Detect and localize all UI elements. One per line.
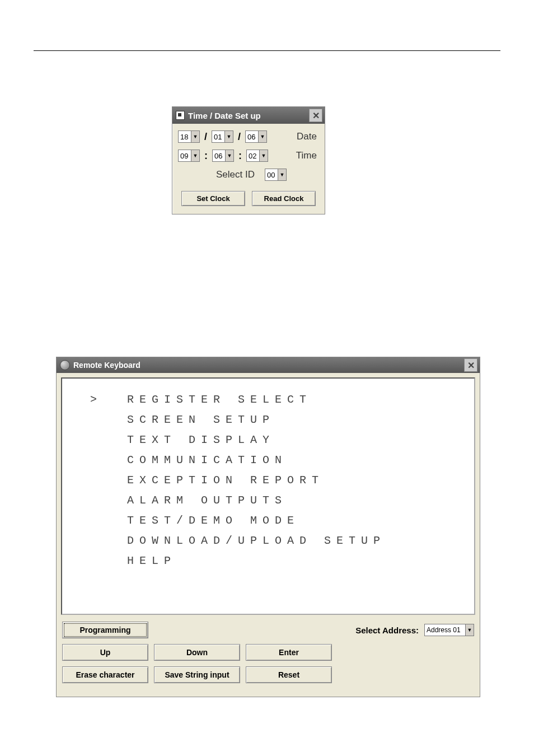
- app-icon: [176, 111, 185, 120]
- time-date-setup-window: Time / Date Set up ✕ 18 ▼ / 01 ▼ / 06 ▼ …: [172, 106, 325, 214]
- control-row-3: Erase character Save String input Reset: [62, 666, 474, 683]
- date-year-dropdown[interactable]: 06 ▼: [245, 130, 267, 143]
- select-id-dropdown[interactable]: 00 ▼: [265, 169, 287, 181]
- menu-item: TEST/DEMO MODE: [90, 511, 463, 531]
- reset-button[interactable]: Reset: [246, 666, 332, 683]
- time-second-dropdown[interactable]: 02 ▼: [246, 150, 268, 162]
- date-separator: /: [203, 131, 208, 143]
- down-button[interactable]: Down: [154, 644, 240, 661]
- menu-item: DOWNLOAD/UPLOAD SETUP: [90, 531, 463, 551]
- date-year-value: 06: [246, 133, 258, 141]
- time-hour-dropdown[interactable]: 09 ▼: [178, 150, 200, 162]
- date-separator: /: [237, 131, 242, 143]
- close-icon[interactable]: ✕: [309, 109, 322, 122]
- chevron-down-icon: ▼: [258, 131, 266, 142]
- menu-item: EXCEPTION REPORT: [90, 470, 463, 491]
- erase-character-button[interactable]: Erase character: [62, 666, 148, 683]
- chevron-down-icon: ▼: [278, 169, 286, 180]
- date-month-value: 01: [212, 133, 224, 141]
- menu-item: COMMUNICATION: [90, 450, 463, 470]
- time-date-body: 18 ▼ / 01 ▼ / 06 ▼ Date 09 ▼ : 06 ▼: [172, 124, 325, 214]
- remote-keyboard-titlebar: Remote Keyboard ✕: [57, 357, 480, 373]
- select-id-label: Select ID: [210, 169, 257, 180]
- time-date-titlebar: Time / Date Set up ✕: [172, 107, 325, 124]
- chevron-down-icon: ▼: [191, 131, 199, 142]
- menu-item: ALARM OUTPUTS: [90, 491, 463, 511]
- read-clock-button[interactable]: Read Clock: [252, 191, 316, 206]
- time-minute-dropdown[interactable]: 06 ▼: [212, 150, 234, 162]
- time-second-value: 02: [247, 152, 259, 160]
- chevron-down-icon: ▼: [224, 131, 233, 142]
- select-address-dropdown[interactable]: Address 01 ▼: [424, 624, 474, 636]
- up-button[interactable]: Up: [62, 644, 148, 661]
- date-row: 18 ▼ / 01 ▼ / 06 ▼ Date: [178, 130, 319, 143]
- window-title: Remote Keyboard: [73, 361, 464, 370]
- date-day-dropdown[interactable]: 18 ▼: [178, 130, 200, 143]
- select-id-row: Select ID 00 ▼: [178, 169, 319, 181]
- chevron-down-icon: ▼: [465, 624, 474, 636]
- time-separator: :: [237, 150, 243, 162]
- select-id-value: 00: [265, 171, 278, 179]
- time-hour-value: 09: [179, 152, 191, 160]
- close-icon[interactable]: ✕: [464, 358, 477, 372]
- clock-button-row: Set Clock Read Clock: [178, 188, 319, 206]
- time-separator: :: [203, 150, 209, 162]
- enter-button[interactable]: Enter: [246, 644, 332, 661]
- chevron-down-icon: ▼: [225, 150, 233, 161]
- menu-item: HELP: [90, 551, 463, 571]
- remote-keyboard-window: Remote Keyboard ✕ > REGISTER SELECT SCRE…: [56, 357, 480, 697]
- menu-item: TEXT DISPLAY: [90, 430, 463, 450]
- save-string-input-button[interactable]: Save String input: [154, 666, 240, 683]
- set-clock-button[interactable]: Set Clock: [181, 191, 245, 206]
- window-title: Time / Date Set up: [188, 111, 309, 120]
- programming-button[interactable]: Programming: [62, 622, 148, 638]
- menu-item: SCREEN SETUP: [90, 410, 463, 430]
- select-address-label: Select Address:: [355, 626, 419, 635]
- time-minute-value: 06: [213, 152, 225, 160]
- horizontal-rule: [34, 50, 500, 51]
- control-row-1: Programming Select Address: Address 01 ▼: [62, 622, 474, 638]
- select-address-value: Address 01: [425, 626, 465, 634]
- chevron-down-icon: ▼: [259, 150, 268, 161]
- control-row-2: Up Down Enter: [62, 644, 474, 661]
- date-day-value: 18: [179, 133, 191, 141]
- date-month-dropdown[interactable]: 01 ▼: [212, 130, 233, 143]
- chevron-down-icon: ▼: [191, 150, 199, 161]
- date-label: Date: [291, 131, 319, 142]
- app-icon: [60, 360, 70, 370]
- menu-item: > REGISTER SELECT: [90, 390, 463, 410]
- menu-display: > REGISTER SELECT SCREEN SETUP TEXT DISP…: [61, 377, 475, 615]
- controls-area: Programming Select Address: Address 01 ▼…: [57, 619, 480, 697]
- time-label: Time: [291, 150, 319, 161]
- time-row: 09 ▼ : 06 ▼ : 02 ▼ Time: [178, 150, 319, 162]
